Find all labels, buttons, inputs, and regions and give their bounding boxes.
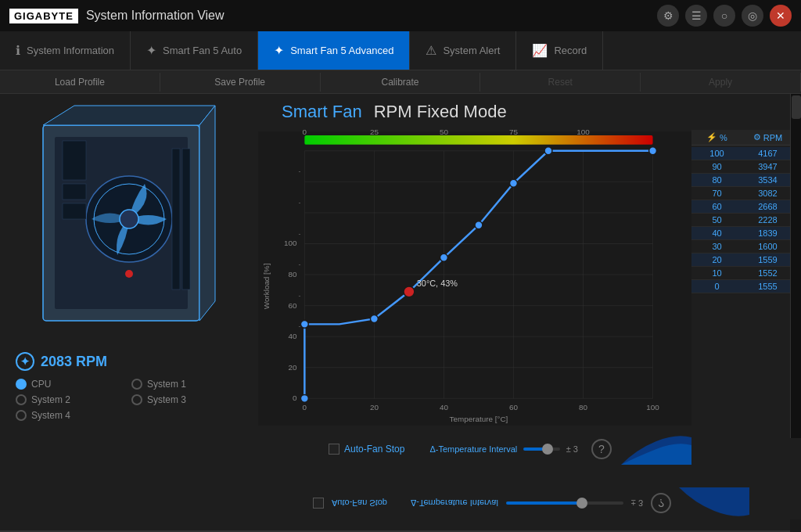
svg-point-6 <box>120 210 138 228</box>
rpm-value-1: 3947 <box>742 160 793 173</box>
load-profile-button[interactable]: Load Profile <box>0 73 160 92</box>
rpm-percent-3: 70 <box>691 187 742 200</box>
curve-point-2[interactable] <box>370 315 378 322</box>
tab-smart-fan-auto-label: Smart Fan 5 Auto <box>163 45 242 56</box>
apply-button[interactable]: Apply <box>641 73 801 92</box>
svg-text:30°C, 43%: 30°C, 43% <box>417 279 458 288</box>
rpm-row: 0 1555 <box>691 280 793 293</box>
tab-smart-fan-auto[interactable]: ✦ Smart Fan 5 Auto <box>131 31 258 70</box>
title-left: GIGABYTE System Information View <box>9 9 224 23</box>
svg-text:40: 40 <box>440 403 448 412</box>
bottom-controls: Auto-Fan Stop Δ-Temperature Interval ± 3… <box>282 430 691 469</box>
tab-record[interactable]: 📈 Record <box>516 31 603 70</box>
help-button[interactable]: ? <box>591 439 612 459</box>
svg-text:Workload [%]: Workload [%] <box>262 263 271 309</box>
temperature-interval-control[interactable]: Δ-Temperature Interval ± 3 <box>429 444 578 454</box>
rpm-row: 30 1600 <box>691 240 793 253</box>
system2-radio[interactable] <box>16 394 27 405</box>
maximize-button[interactable]: ◎ <box>742 5 763 27</box>
selected-curve-point[interactable] <box>404 286 415 297</box>
curve-point-4[interactable] <box>475 221 483 229</box>
system4-label: System 4 <box>31 410 70 421</box>
fan-source-system4[interactable]: System 4 <box>16 410 127 421</box>
curve-point-7[interactable] <box>649 147 657 155</box>
rpm-value-10: 1555 <box>742 280 793 293</box>
fan-source-system1[interactable]: System 1 <box>131 379 242 390</box>
minimize-button[interactable]: ○ <box>713 5 735 27</box>
save-profile-button[interactable]: Save Profile <box>160 73 321 92</box>
curve-point-5[interactable] <box>510 179 518 187</box>
svg-text:-: - <box>298 167 300 175</box>
svg-rect-9 <box>63 184 86 200</box>
main-content: ✦ 2083 RPM CPU System 1 System 2 <box>0 94 801 519</box>
cpu-radio[interactable] <box>16 379 27 390</box>
scrollbar[interactable] <box>790 94 801 438</box>
system-alert-icon: ⚠ <box>426 43 436 58</box>
svg-marker-1 <box>43 106 215 125</box>
svg-text:-: - <box>298 199 300 207</box>
auto-fan-stop-control[interactable]: Auto-Fan Stop <box>329 444 404 455</box>
rpm-percent-0: 100 <box>691 147 742 160</box>
tab-system-info[interactable]: ℹ System Information <box>0 31 131 70</box>
close-button[interactable]: ✕ <box>770 5 792 27</box>
rpm-row: 70 3082 <box>691 187 793 200</box>
svg-text:75: 75 <box>509 130 518 136</box>
tab-smart-fan-advanced[interactable]: ✦ Smart Fan 5 Advanced <box>258 31 410 70</box>
interval-slider[interactable] <box>523 448 560 451</box>
system3-radio[interactable] <box>131 394 142 405</box>
chart-container[interactable]: 0 25 50 75 100 <box>258 130 691 512</box>
rpm-value-3: 3082 <box>742 187 793 200</box>
svg-text:60: 60 <box>288 301 296 310</box>
calibrate-button[interactable]: Calibrate <box>321 73 481 92</box>
rpm-percent-6: 40 <box>691 227 742 239</box>
svg-text:25: 25 <box>370 130 379 136</box>
system4-radio[interactable] <box>16 410 27 421</box>
svg-text:40: 40 <box>288 332 296 340</box>
fan-source-system2[interactable]: System 2 <box>16 394 127 405</box>
interval-thumb[interactable] <box>542 444 553 455</box>
svg-rect-12 <box>182 149 190 289</box>
curve-point-6[interactable] <box>544 147 552 155</box>
rpm-value-9: 1552 <box>742 267 793 279</box>
curve-point-1[interactable] <box>300 320 308 328</box>
rpm-value-7: 1600 <box>742 240 793 253</box>
tab-system-alert[interactable]: ⚠ System Alert <box>410 31 516 70</box>
svg-text:80: 80 <box>288 270 296 279</box>
fan-curve-chart[interactable]: 0 25 50 75 100 <box>258 130 691 427</box>
rpm-row: 80 3534 <box>691 174 793 187</box>
rpm-value-8: 1559 <box>742 253 793 266</box>
rpm-value-6: 1839 <box>742 227 793 239</box>
left-panel: ✦ 2083 RPM CPU System 1 System 2 <box>0 94 258 519</box>
app-title: System Information View <box>86 9 224 23</box>
chart-title: Smart Fan RPM Fixed Mode <box>282 102 793 122</box>
svg-text:0: 0 <box>303 403 307 412</box>
auto-fan-stop-checkbox[interactable] <box>329 444 339 455</box>
cpu-label: CPU <box>31 379 51 390</box>
svg-marker-2 <box>199 106 215 321</box>
smart-fan-advanced-icon: ✦ <box>274 43 284 58</box>
rpm-header-percent: ⚡ % <box>691 130 742 145</box>
record-icon: 📈 <box>532 43 548 58</box>
list-button[interactable]: ☰ <box>685 5 707 27</box>
tab-system-info-label: System Information <box>27 45 114 56</box>
svg-text:60: 60 <box>509 403 518 412</box>
settings-button[interactable]: ⚙ <box>657 5 679 27</box>
tab-smart-fan-advanced-label: Smart Fan 5 Advanced <box>290 45 393 56</box>
percent-icon: ⚡ <box>706 132 717 142</box>
curve-point-0[interactable] <box>300 394 308 402</box>
system2-label: System 2 <box>31 394 70 405</box>
title-bar: GIGABYTE System Information View ⚙ ☰ ○ ◎… <box>0 0 801 31</box>
svg-rect-11 <box>172 149 180 289</box>
fan-info: ✦ 2083 RPM CPU System 1 System 2 <box>8 348 250 425</box>
rpm-percent-5: 50 <box>691 214 742 226</box>
system-info-icon: ℹ <box>16 43 20 58</box>
curve-point-3[interactable] <box>440 253 447 261</box>
svg-text:50: 50 <box>440 130 448 136</box>
reset-button[interactable]: Reset <box>480 73 641 92</box>
svg-point-7 <box>125 270 133 278</box>
rpm-value-5: 2228 <box>742 214 793 226</box>
fan-source-cpu[interactable]: CPU <box>16 379 127 390</box>
svg-text:-: - <box>298 322 300 330</box>
fan-source-system3[interactable]: System 3 <box>131 394 242 405</box>
system1-radio[interactable] <box>131 379 142 390</box>
